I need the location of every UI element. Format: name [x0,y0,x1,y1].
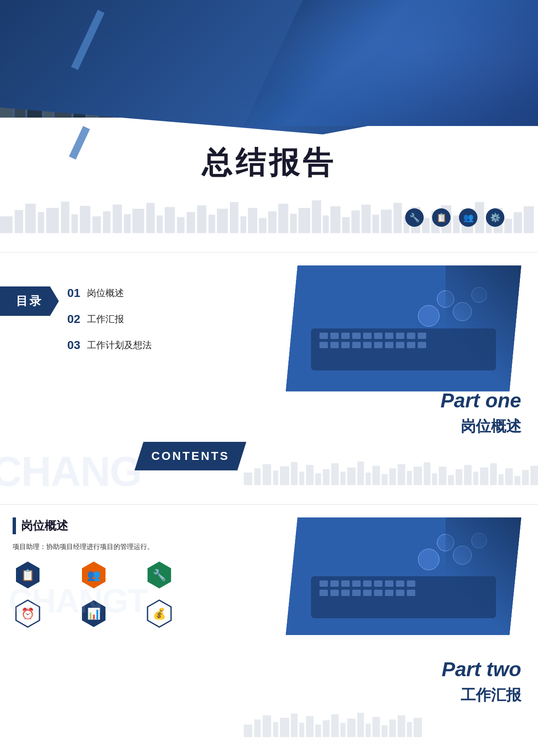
svg-rect-133 [363,590,372,596]
svg-rect-40 [422,218,430,233]
slide3-subtitle: 项目助理：协助项目经理进行项目的管理运行。 [13,543,202,551]
svg-rect-122 [341,580,350,587]
svg-rect-104 [473,472,478,485]
svg-rect-49 [514,212,522,233]
svg-rect-88 [340,472,345,485]
svg-rect-105 [480,467,488,485]
svg-rect-121 [330,580,339,587]
svg-rect-54 [330,333,339,339]
svg-rect-35 [372,215,379,233]
svg-rect-33 [351,210,360,233]
part-two-label: Part two 工作汇报 [442,658,521,706]
svg-rect-79 [263,464,271,485]
svg-rect-4 [46,208,59,233]
svg-rect-80 [273,470,278,485]
svg-rect-142 [244,724,252,737]
svg-rect-109 [514,476,520,485]
svg-rect-15 [165,207,175,233]
mulu-label: 目录 [16,293,43,309]
menu-item-2: 02 工作汇报 [67,312,152,326]
svg-rect-41 [431,211,440,233]
svg-rect-62 [418,333,426,339]
svg-rect-42 [441,205,451,233]
svg-rect-77 [244,472,252,485]
svg-rect-47 [493,208,503,233]
slide3-photo-inner [286,517,521,635]
svg-rect-155 [357,713,364,737]
svg-rect-103 [464,465,472,485]
svg-rect-110 [522,470,529,485]
svg-rect-154 [347,719,356,737]
svg-rect-127 [396,580,404,587]
svg-rect-130 [330,590,339,596]
svg-rect-65 [341,342,350,348]
title-area: 总结报告 [0,134,538,192]
svg-rect-7 [80,206,90,233]
svg-rect-99 [432,473,437,485]
main-title: 总结报告 [8,143,530,183]
svg-rect-86 [323,469,330,485]
part-two-en: Part two [442,658,521,681]
item-num-2: 02 [67,312,80,326]
svg-rect-56 [352,333,361,339]
svg-rect-0 [0,216,13,233]
people-hex-icon: 👥 [87,569,100,582]
item-label-1: 岗位概述 [87,287,124,299]
money-hex-icon: 💰 [153,607,166,620]
svg-rect-24 [259,218,266,233]
slide-contents: 目录 01 岗位概述 02 工作汇报 03 工作计划及想法 CHANG CONT… [0,252,538,504]
mulu-badge: 目录 [0,286,59,316]
watermark-text: CHANG [0,447,142,496]
svg-rect-17 [187,212,195,233]
svg-rect-136 [396,590,404,596]
svg-rect-150 [315,724,321,737]
slide3-left-content: 项目助理：协助项目经理进行项目的管理运行。 📋 👥 [13,543,202,629]
svg-rect-85 [315,473,321,485]
svg-rect-102 [456,469,462,485]
svg-point-138 [418,549,439,570]
svg-rect-23 [248,208,257,233]
item-label-2: 工作汇报 [87,313,124,326]
svg-rect-46 [486,217,492,233]
svg-rect-120 [319,580,328,587]
part-one-zh: 岗位概述 [440,416,521,437]
part-one-en: Part one [440,389,521,412]
svg-rect-5 [61,202,69,233]
svg-rect-143 [254,719,261,737]
svg-rect-19 [208,215,215,233]
slide3-section-title: 岗位概述 [21,518,68,534]
svg-rect-134 [374,590,382,596]
svg-rect-125 [374,580,382,587]
svg-rect-45 [475,202,484,233]
svg-rect-82 [291,462,298,485]
svg-rect-9 [103,211,111,233]
svg-rect-107 [498,474,504,485]
svg-rect-158 [382,725,388,737]
svg-rect-94 [389,468,396,485]
svg-rect-60 [396,333,404,339]
svg-rect-39 [411,207,420,233]
item-num-3: 03 [67,339,80,352]
svg-rect-43 [453,215,460,233]
svg-rect-70 [396,342,404,348]
svg-rect-100 [439,467,446,485]
svg-rect-90 [357,462,364,485]
svg-rect-87 [331,463,339,485]
part-one-label: Part one 岗位概述 [440,389,521,437]
svg-rect-26 [278,204,288,233]
svg-rect-72 [418,342,426,348]
svg-rect-55 [341,333,350,339]
svg-rect-135 [385,590,393,596]
svg-rect-147 [291,714,298,737]
part-two-zh: 工作汇报 [442,685,521,706]
slide2-right-panel: Part one 岗位概述 [244,253,538,504]
svg-rect-93 [382,474,388,485]
svg-rect-83 [299,472,304,485]
svg-rect-48 [504,219,512,233]
svg-rect-151 [323,720,330,737]
svg-rect-101 [448,475,454,485]
svg-rect-97 [414,467,422,485]
svg-rect-69 [385,342,393,348]
svg-rect-144 [263,715,271,737]
svg-rect-162 [414,718,422,737]
